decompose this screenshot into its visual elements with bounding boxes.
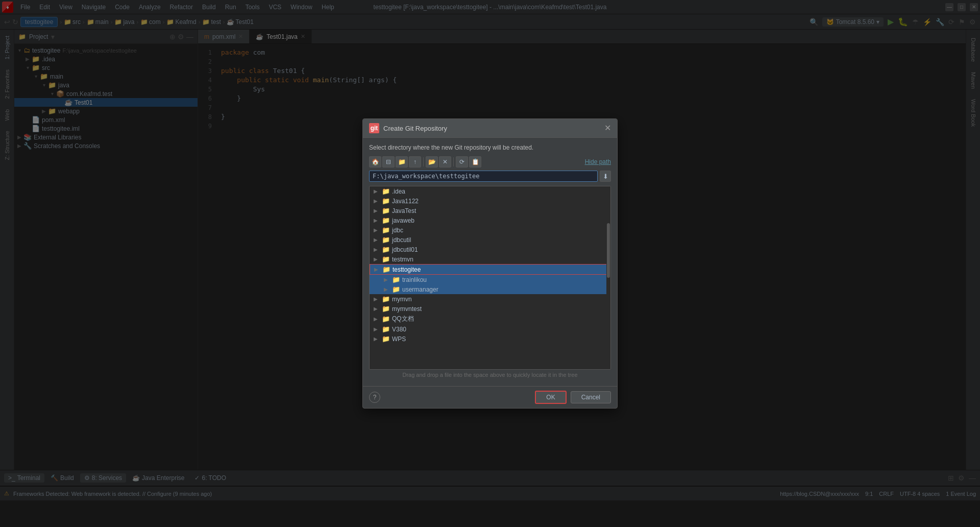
expand-arrow: ▶ <box>374 247 380 252</box>
expand-arrow: ▶ <box>374 336 380 342</box>
folder-icon: 📁 <box>382 315 390 323</box>
tree-javaweb[interactable]: ▶ 📁 javaweb <box>370 215 610 225</box>
tree-java1122[interactable]: ▶ 📁 Java1122 <box>370 196 610 206</box>
folder-icon: 📁 <box>382 335 390 343</box>
cancel-button[interactable]: Cancel <box>571 391 611 403</box>
expand-arrow: ▶ <box>374 198 380 204</box>
modal-header: git Create Git Repository ✕ <box>363 119 617 138</box>
tree-usermanager[interactable]: ▶ 📁 usermanager <box>370 284 610 294</box>
tree-jdbcutil01[interactable]: ▶ 📁 jdbcutil01 <box>370 245 610 254</box>
parent-folder-button[interactable]: 📁 <box>396 156 408 167</box>
browse-button[interactable]: ⬇ <box>600 171 611 182</box>
modal-body: Select directory where the new Git repos… <box>363 138 617 386</box>
folder-icon: 📁 <box>382 187 390 195</box>
hide-path-link[interactable]: Hide path <box>585 158 611 165</box>
expand-arrow: ▶ <box>374 188 380 194</box>
expand-arrow: ▶ <box>374 208 380 213</box>
toolbar-separator-2 <box>453 157 454 166</box>
folder-icon: 📁 <box>382 295 390 303</box>
copy-path-button[interactable]: 📋 <box>469 156 481 167</box>
tree-scrollbar-track <box>606 186 610 369</box>
modal-close-button[interactable]: ✕ <box>604 124 611 132</box>
folder-icon: 📁 <box>382 236 390 244</box>
git-icon: git <box>369 123 379 133</box>
folder-icon: 📁 <box>382 255 390 263</box>
create-git-repository-dialog: git Create Git Repository ✕ Select direc… <box>362 118 618 409</box>
modal-title-row: git Create Git Repository <box>369 123 447 133</box>
tree-qqwendan[interactable]: ▶ 📁 QQ文档 <box>370 314 610 324</box>
home-button[interactable]: 🏠 <box>369 156 381 167</box>
path-input-row: ⬇ <box>369 171 611 182</box>
folder-icon: 📁 <box>382 226 390 234</box>
folder-icon: 📁 <box>382 207 390 214</box>
tree-wps[interactable]: ▶ 📁 WPS <box>370 334 610 344</box>
folder-icon: 📁 <box>382 217 390 224</box>
folder-icon: 📁 <box>382 305 390 313</box>
modal-tree[interactable]: ▶ 📁 .idea ▶ 📁 Java1122 ▶ 📁 JavaTest ▶ 📁 <box>369 186 611 370</box>
modal-hint: Drag and drop a file into the space abov… <box>369 370 611 380</box>
new-folder-button[interactable]: 📂 <box>426 156 438 167</box>
tree-trainlikou[interactable]: ▶ 📁 trainlikou <box>370 275 610 284</box>
refresh-button[interactable]: ⟳ <box>456 156 468 167</box>
modal-overlay: git Create Git Repository ✕ Select direc… <box>0 0 980 527</box>
tree-v380[interactable]: ▶ 📁 V380 <box>370 324 610 334</box>
folder-icon: 📁 <box>392 285 400 293</box>
tree-javatest[interactable]: ▶ 📁 JavaTest <box>370 206 610 215</box>
tree-testmvn[interactable]: ▶ 📁 testmvn <box>370 254 610 264</box>
expand-arrow: ▶ <box>374 296 380 302</box>
expand-arrow: ▶ <box>374 316 380 322</box>
help-button[interactable]: ? <box>369 392 380 403</box>
tree-testtogitee[interactable]: ▶ 📁 testtogitee <box>370 264 610 275</box>
folder-icon: 📁 <box>382 246 390 253</box>
tree-idea[interactable]: ▶ 📁 .idea <box>370 186 610 196</box>
expand-arrow: ▶ <box>374 237 380 243</box>
expand-arrow: ▶ <box>374 326 380 332</box>
tree-jdbc[interactable]: ▶ 📁 jdbc <box>370 225 610 235</box>
collapse-button[interactable]: ⊟ <box>382 156 395 167</box>
expand-arrow: ▶ <box>374 306 380 312</box>
folder-icon: 📁 <box>382 325 390 333</box>
folder-icon: 📁 <box>382 197 390 205</box>
path-input[interactable] <box>369 171 598 182</box>
tree-jdbcutil[interactable]: ▶ 📁 jdbcutil <box>370 235 610 245</box>
modal-title: Create Git Repository <box>383 125 447 132</box>
expand-arrow: ▶ <box>384 286 390 292</box>
delete-button[interactable]: ✕ <box>439 156 451 167</box>
modal-description: Select directory where the new Git repos… <box>369 144 611 151</box>
modal-footer: ? OK Cancel <box>363 386 617 408</box>
expand-arrow: ▶ <box>374 227 380 233</box>
tree-mymvntest[interactable]: ▶ 📁 mymvntest <box>370 304 610 314</box>
expand-arrow: ▶ <box>374 218 380 223</box>
tree-scrollbar-thumb[interactable] <box>607 223 610 278</box>
modal-toolbar: 🏠 ⊟ 📁 ↑ 📂 ✕ ⟳ 📋 Hide path <box>369 156 611 167</box>
folder-icon: 📁 <box>382 266 390 273</box>
folder-icon: 📁 <box>392 276 400 283</box>
expand-arrow: ▶ <box>374 267 380 272</box>
tree-mymvn[interactable]: ▶ 📁 mymvn <box>370 294 610 304</box>
expand-arrow: ▶ <box>384 277 390 282</box>
up-button[interactable]: ↑ <box>409 156 421 167</box>
toolbar-separator <box>423 157 424 166</box>
ok-button[interactable]: OK <box>535 391 566 404</box>
expand-arrow: ▶ <box>374 256 380 262</box>
